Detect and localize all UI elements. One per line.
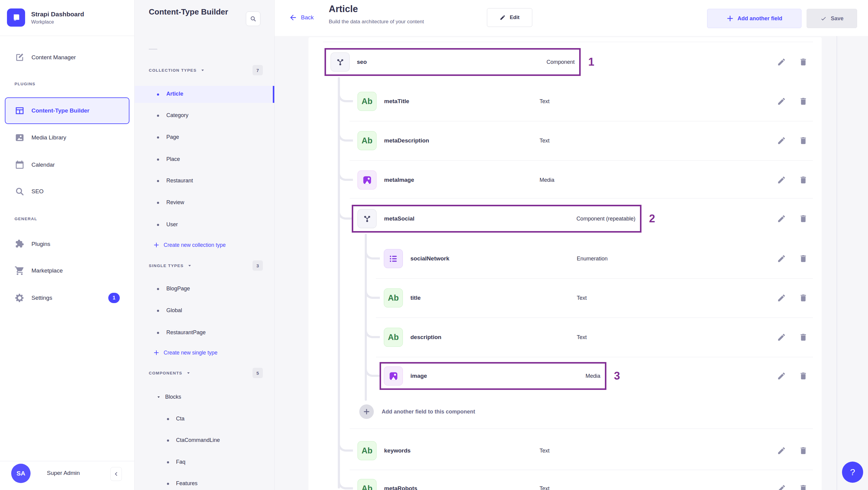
section-components[interactable]: COMPONENTS — [149, 368, 191, 378]
workspace-brand[interactable]: Strapi Dashboard Workplace — [7, 8, 84, 27]
edit-field-button[interactable] — [775, 369, 788, 383]
create-single-type-link[interactable]: Create new single type — [153, 346, 217, 359]
collapse-sidebar-button[interactable] — [111, 467, 122, 481]
nav-item-label: User — [166, 221, 178, 228]
calendar-icon — [14, 160, 25, 170]
user-avatar[interactable]: SA — [11, 464, 31, 483]
edit-field-button[interactable] — [775, 291, 788, 305]
page-subtitle: Build the data architecture of your cont… — [329, 19, 424, 25]
builder-title: Content-Type Builder — [149, 7, 234, 17]
edit-field-button[interactable] — [775, 444, 788, 458]
sidebar-item-plugins[interactable]: Plugins — [0, 233, 134, 255]
sidebar-item-seo[interactable]: SEO — [0, 181, 134, 202]
add-another-field-button[interactable]: Add another field — [707, 9, 802, 28]
add-field-to-component-label[interactable]: Add another field to this component — [382, 409, 475, 415]
nav-item-ctacommandline[interactable]: CtaCommandLine — [134, 434, 274, 447]
tree-elbow-icon — [338, 435, 353, 452]
nav-item-global[interactable]: Global — [134, 304, 274, 317]
delete-field-button[interactable] — [796, 330, 810, 344]
nav-item-review[interactable]: Review — [134, 196, 274, 209]
media-library-icon — [14, 132, 25, 143]
action-label: Create new single type — [164, 350, 217, 356]
bullet-icon — [157, 180, 159, 182]
text-field-icon: Ab — [358, 92, 376, 111]
delete-field-button[interactable] — [796, 444, 810, 458]
nav-item-cta[interactable]: Cta — [134, 412, 274, 426]
back-button[interactable]: Back — [289, 13, 314, 22]
row-separator — [376, 317, 813, 318]
edit-field-button[interactable] — [775, 212, 788, 226]
edit-field-button[interactable] — [775, 330, 788, 344]
component-group-blocks[interactable]: Blocks — [156, 390, 181, 403]
sidebar-item-label: Marketplace — [31, 267, 63, 274]
content-manager-icon — [14, 52, 25, 63]
chevron-down-icon — [200, 68, 205, 72]
nav-item-label: Features — [176, 480, 197, 487]
row-separator — [350, 121, 813, 121]
sidebar-item-content-type-builder[interactable]: Content-Type Builder — [5, 97, 129, 124]
nav-item-category[interactable]: Category — [134, 109, 274, 122]
delete-field-button[interactable] — [796, 291, 810, 305]
edit-field-button[interactable] — [775, 134, 788, 148]
nav-item-restaurantpage[interactable]: RestaurantPage — [134, 326, 274, 339]
collection-types-count: 7 — [252, 65, 263, 75]
settings-notification-badge: 1 — [108, 293, 120, 303]
nav-item-place[interactable]: Place — [134, 153, 274, 166]
nav-item-article[interactable]: Article — [134, 86, 274, 103]
nav-item-faq[interactable]: Faq — [134, 456, 274, 469]
nav-item-page[interactable]: Page — [134, 131, 274, 144]
scrollbar-gutter[interactable] — [837, 36, 837, 490]
create-collection-type-link[interactable]: Create new collection type — [153, 238, 226, 252]
sidebar-item-calendar[interactable]: Calendar — [0, 154, 134, 176]
edit-field-button[interactable] — [775, 173, 788, 187]
section-single-types[interactable]: SINGLE TYPES — [149, 261, 192, 271]
delete-field-button[interactable] — [796, 369, 810, 383]
edit-field-button[interactable] — [775, 252, 788, 266]
strapi-logo-icon — [7, 8, 25, 27]
nav-item-label: Faq — [176, 459, 185, 465]
nav-item-blogpage[interactable]: BlogPage — [134, 282, 274, 296]
delete-field-button[interactable] — [796, 173, 810, 187]
text-field-icon: Ab — [384, 288, 403, 308]
field-type: Text — [539, 486, 550, 490]
sidebar-item-media-library[interactable]: Media Library — [0, 127, 134, 149]
delete-field-button[interactable] — [796, 94, 810, 108]
nav-item-restaurant[interactable]: Restaurant — [134, 174, 274, 187]
add-field-to-component-button[interactable] — [359, 404, 374, 419]
nav-item-features[interactable]: Features — [134, 477, 274, 490]
help-button[interactable]: ? — [842, 462, 863, 483]
gear-icon — [14, 293, 25, 303]
edit-button[interactable]: Edit — [487, 8, 532, 27]
pencil-icon — [500, 14, 506, 21]
main-sidebar: Strapi Dashboard Workplace Content Manag… — [0, 0, 134, 490]
delete-field-button[interactable] — [796, 482, 810, 490]
nav-item-label: Article — [166, 91, 183, 97]
bullet-icon — [167, 439, 169, 441]
sidebar-item-label: Content-Type Builder — [31, 108, 90, 114]
edit-field-button[interactable] — [775, 55, 788, 69]
tree-elbow-icon — [365, 282, 380, 299]
edit-field-button[interactable] — [775, 482, 788, 490]
row-separator — [376, 357, 813, 357]
content-type-builder-icon — [14, 105, 25, 116]
delete-field-button[interactable] — [796, 252, 810, 266]
text-field-icon: Ab — [358, 441, 376, 460]
nav-item-user[interactable]: User — [134, 218, 274, 232]
delete-field-button[interactable] — [796, 134, 810, 148]
sidebar-item-label: Calendar — [31, 161, 55, 168]
delete-field-button[interactable] — [796, 212, 810, 226]
tree-elbow-icon — [338, 85, 353, 102]
field-type: Text — [539, 448, 550, 454]
field-type: Text — [539, 137, 550, 144]
edit-field-button[interactable] — [775, 94, 788, 108]
sidebar-item-marketplace[interactable]: Marketplace — [0, 260, 134, 282]
search-button[interactable] — [246, 11, 260, 26]
nav-item-label: Review — [166, 199, 184, 206]
section-collection-types[interactable]: COLLECTION TYPES — [149, 65, 205, 75]
chevron-down-icon — [187, 263, 192, 268]
delete-field-button[interactable] — [796, 55, 810, 69]
tree-elbow-icon — [338, 472, 353, 489]
enumeration-field-icon — [384, 249, 403, 268]
sidebar-item-content-manager[interactable]: Content Manager — [0, 47, 134, 68]
save-button[interactable]: Save — [807, 9, 857, 28]
